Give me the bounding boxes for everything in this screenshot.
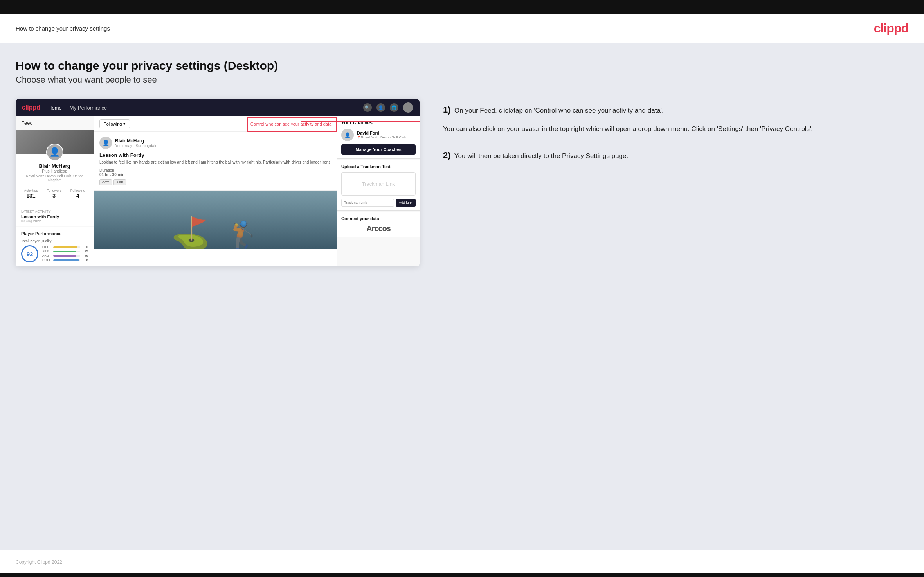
arccos-logo: Arccos bbox=[341, 224, 416, 233]
manage-coaches-button[interactable]: Manage Your Coaches bbox=[341, 144, 416, 155]
control-activity-link[interactable]: Control who can see your activity and da… bbox=[250, 122, 331, 126]
pp-bar-row: PUTT 96 bbox=[42, 258, 88, 262]
post-user-name: Blair McHarg bbox=[115, 138, 157, 144]
trackman-add-button[interactable]: Add Link bbox=[396, 199, 416, 207]
step1-text: 1) On your Feed, click/tap on 'Control w… bbox=[443, 103, 908, 117]
search-icon[interactable]: 🔍 bbox=[363, 103, 372, 112]
bottom-bar bbox=[0, 573, 924, 577]
page-heading: How to change your privacy settings (Des… bbox=[16, 59, 908, 72]
app-feed: Following ▾ Control who can see your act… bbox=[94, 116, 337, 266]
pp-bar-row: OTT 90 bbox=[42, 245, 88, 249]
user-icon[interactable]: 👤 bbox=[376, 103, 385, 112]
top-bar bbox=[0, 0, 924, 14]
post-card: 👤 Blair McHarg Yesterday · Sunningdale L… bbox=[94, 132, 337, 191]
post-tags: OTT APP bbox=[99, 179, 331, 185]
app-nav: clippd Home My Performance 🔍 👤 🌐 bbox=[16, 99, 420, 116]
post-duration: Duration 01 hr : 30 min bbox=[99, 168, 331, 177]
tag-ott: OTT bbox=[99, 179, 112, 185]
instruction-step-2: 2) You will then be taken directly to th… bbox=[443, 148, 908, 162]
app-nav-logo: clippd bbox=[22, 104, 40, 111]
nav-item-home[interactable]: Home bbox=[48, 105, 62, 111]
trackman-section: Upload a Trackman Test Trackman Link Add… bbox=[337, 160, 420, 211]
user-info: Blair McHarg Plus Handicap Royal North D… bbox=[16, 154, 94, 207]
user-handicap: Plus Handicap bbox=[20, 169, 90, 173]
nav-item-performance[interactable]: My Performance bbox=[70, 105, 107, 111]
pp-body: 92 OTT 90 APP 85 ARG 86 bbox=[21, 245, 88, 262]
app-sidebar: Feed Blair McHarg Plus Handicap Royal No… bbox=[16, 116, 94, 266]
footer-copyright: Copyright Clippd 2022 bbox=[16, 559, 62, 565]
user-avatar bbox=[46, 144, 63, 161]
nav-avatar[interactable] bbox=[403, 102, 413, 113]
coach-name: David Ford bbox=[357, 131, 406, 135]
globe-icon[interactable]: 🌐 bbox=[390, 103, 398, 112]
user-club: Royal North Devon Golf Club, United King… bbox=[20, 174, 90, 182]
post-title: Lesson with Fordy bbox=[99, 152, 331, 158]
trackman-title: Upload a Trackman Test bbox=[341, 164, 416, 169]
page-subheading: Choose what you want people to see bbox=[16, 75, 908, 85]
user-banner bbox=[16, 130, 94, 154]
main-content: How to change your privacy settings (Des… bbox=[0, 43, 924, 550]
stat-following: Following 4 bbox=[70, 189, 85, 199]
connect-section: Connect your data Arccos bbox=[337, 212, 420, 237]
site-header: How to change your privacy settings clip… bbox=[0, 14, 924, 43]
coach-item: 👤 David Ford Royal North Devon Golf Club bbox=[341, 129, 416, 141]
instructions-panel: 1) On your Feed, click/tap on 'Control w… bbox=[435, 99, 908, 176]
stat-followers: Followers 3 bbox=[47, 189, 62, 199]
post-image: ⛳ 🏌️ bbox=[94, 191, 337, 249]
user-name: Blair McHarg bbox=[20, 163, 90, 169]
trackman-placeholder: Trackman Link bbox=[362, 181, 395, 187]
feed-header: Following ▾ Control who can see your act… bbox=[94, 116, 337, 132]
latest-activity: Latest Activity Lesson with Fordy 03 Aug… bbox=[16, 207, 94, 226]
post-desc: Looking to feel like my hands are exitin… bbox=[99, 160, 331, 165]
post-avatar: 👤 bbox=[99, 137, 112, 149]
app-right-panel: Your Coaches 👤 David Ford Royal North De… bbox=[337, 116, 420, 266]
site-footer: Copyright Clippd 2022 bbox=[0, 550, 924, 573]
instruction-step-1: 1) On your Feed, click/tap on 'Control w… bbox=[443, 103, 908, 134]
coaches-title: Your Coaches bbox=[341, 120, 416, 126]
post-user-meta: Yesterday · Sunningdale bbox=[115, 144, 157, 148]
player-performance: Player Performance Total Player Quality … bbox=[16, 227, 94, 266]
step1-extra: You can also click on your avatar in the… bbox=[443, 124, 908, 134]
step2-number: 2) bbox=[443, 150, 451, 160]
stat-activities: Activities 131 bbox=[24, 189, 38, 199]
coach-club: Royal North Devon Golf Club bbox=[357, 135, 406, 139]
clippd-logo: clippd bbox=[874, 21, 908, 36]
golfer-silhouette-2: 🏌️ bbox=[226, 222, 260, 249]
feed-tab[interactable]: Feed bbox=[16, 116, 94, 130]
pp-score: 92 bbox=[21, 245, 38, 262]
connect-title: Connect your data bbox=[341, 216, 416, 221]
post-header: 👤 Blair McHarg Yesterday · Sunningdale bbox=[99, 137, 331, 149]
golfer-silhouette-1: ⛳ bbox=[171, 218, 210, 249]
step1-number: 1) bbox=[443, 105, 451, 115]
pp-bars: OTT 90 APP 85 ARG 86 PUTT 96 bbox=[42, 245, 88, 262]
step2-text: 2) You will then be taken directly to th… bbox=[443, 148, 908, 162]
trackman-input-field[interactable] bbox=[341, 199, 394, 207]
content-layout: clippd Home My Performance 🔍 👤 🌐 bbox=[16, 99, 908, 266]
user-card: Blair McHarg Plus Handicap Royal North D… bbox=[16, 130, 94, 226]
coach-avatar: 👤 bbox=[341, 129, 354, 141]
trackman-box: Trackman Link bbox=[341, 172, 416, 196]
pp-bar-row: ARG 86 bbox=[42, 254, 88, 257]
following-button[interactable]: Following ▾ bbox=[99, 119, 130, 128]
app-body: Feed Blair McHarg Plus Handicap Royal No… bbox=[16, 116, 420, 266]
coaches-section: Your Coaches 👤 David Ford Royal North De… bbox=[337, 116, 420, 159]
user-stats: Activities 131 Followers 3 Following bbox=[20, 185, 90, 202]
app-mockup: clippd Home My Performance 🔍 👤 🌐 bbox=[16, 99, 420, 266]
tag-app: APP bbox=[113, 179, 126, 185]
pp-bar-row: APP 85 bbox=[42, 250, 88, 253]
nav-icons: 🔍 👤 🌐 bbox=[363, 102, 413, 113]
trackman-input-row: Add Link bbox=[341, 199, 416, 207]
page-title: How to change your privacy settings bbox=[16, 25, 110, 32]
app-mockup-wrapper: clippd Home My Performance 🔍 👤 🌐 bbox=[16, 99, 420, 266]
